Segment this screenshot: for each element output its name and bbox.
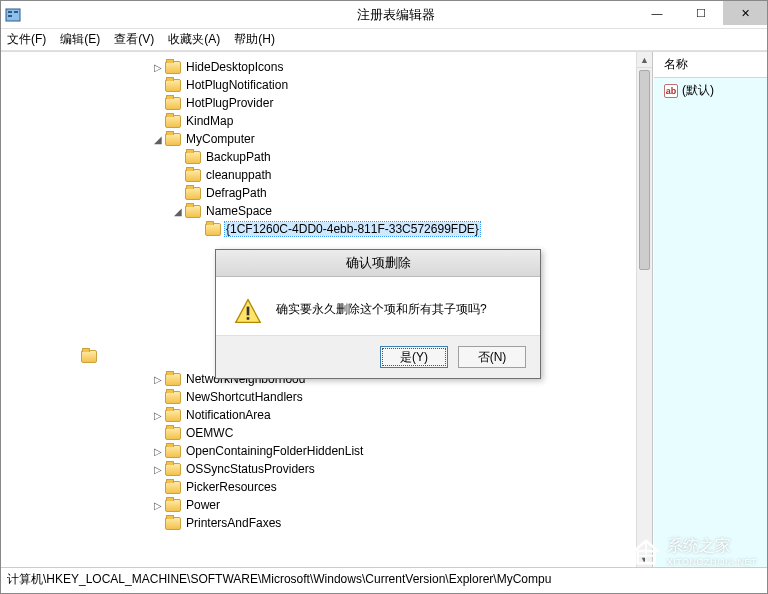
tree-node[interactable]: ◢MyComputer — [1, 130, 652, 148]
tree-node[interactable]: ▷NotificationArea — [1, 406, 652, 424]
tree-node[interactable]: KindMap — [1, 112, 652, 130]
tree-scrollbar[interactable]: ▲ ▼ — [636, 52, 652, 567]
titlebar: 注册表编辑器 — ☐ ✕ — [1, 1, 767, 29]
tree-node-label[interactable]: {1CF1260C-4DD0-4ebb-811F-33C572699FDE} — [225, 222, 480, 236]
expand-icon[interactable]: ▷ — [151, 410, 165, 421]
tree-node[interactable]: ▷Power — [1, 496, 652, 514]
menu-favorites[interactable]: 收藏夹(A) — [168, 31, 220, 48]
collapse-icon[interactable]: ◢ — [171, 206, 185, 217]
tree-node-label[interactable]: NotificationArea — [185, 408, 272, 422]
folder-icon — [165, 133, 181, 146]
tree-node[interactable]: ▷OpenContainingFolderHiddenList — [1, 442, 652, 460]
folder-icon — [165, 499, 181, 512]
close-button[interactable]: ✕ — [723, 1, 767, 25]
scroll-up-arrow[interactable]: ▲ — [637, 52, 652, 68]
menu-file[interactable]: 文件(F) — [7, 31, 46, 48]
folder-icon — [165, 409, 181, 422]
tree-node[interactable]: HotPlugNotification — [1, 76, 652, 94]
dialog-title: 确认项删除 — [216, 250, 540, 277]
folder-icon — [165, 427, 181, 440]
tree-node-label[interactable]: OpenContainingFolderHiddenList — [185, 444, 364, 458]
tree-node[interactable]: ▷OSSyncStatusProviders — [1, 460, 652, 478]
svg-rect-6 — [247, 317, 250, 320]
tree-node-label[interactable]: NewShortcutHandlers — [185, 390, 304, 404]
scroll-thumb[interactable] — [639, 70, 650, 270]
menu-edit[interactable]: 编辑(E) — [60, 31, 100, 48]
tree-node-label[interactable]: MyComputer — [185, 132, 256, 146]
scroll-down-arrow[interactable]: ▼ — [637, 551, 652, 567]
tree-node-label[interactable]: NameSpace — [205, 204, 273, 218]
expand-icon[interactable]: ▷ — [151, 446, 165, 457]
yes-button[interactable]: 是(Y) — [380, 346, 448, 368]
dialog-buttons: 是(Y) 否(N) — [216, 335, 540, 378]
tree-node[interactable]: ▷HideDesktopIcons — [1, 58, 652, 76]
tree-node[interactable]: ◢NameSpace — [1, 202, 652, 220]
warning-icon — [234, 297, 262, 325]
menu-help[interactable]: 帮助(H) — [234, 31, 275, 48]
folder-icon — [165, 97, 181, 110]
tree-node[interactable]: {1CF1260C-4DD0-4ebb-811F-33C572699FDE} — [1, 220, 652, 238]
folder-icon — [165, 391, 181, 404]
collapse-icon[interactable]: ◢ — [151, 134, 165, 145]
maximize-button[interactable]: ☐ — [679, 1, 723, 25]
menu-view[interactable]: 查看(V) — [114, 31, 154, 48]
svg-rect-3 — [14, 11, 18, 13]
folder-icon — [185, 205, 201, 218]
tree-node[interactable]: PickerResources — [1, 478, 652, 496]
expand-icon[interactable]: ▷ — [151, 464, 165, 475]
dialog-message: 确实要永久删除这个项和所有其子项吗? — [276, 297, 487, 318]
folder-icon — [185, 169, 201, 182]
regedit-icon — [5, 7, 21, 23]
tree-node[interactable]: NewShortcutHandlers — [1, 388, 652, 406]
folder-icon — [165, 517, 181, 530]
svg-rect-1 — [8, 11, 12, 13]
folder-icon — [205, 223, 221, 236]
expand-icon[interactable]: ▷ — [151, 500, 165, 511]
tree-node-label[interactable]: HideDesktopIcons — [185, 60, 284, 74]
expand-icon[interactable]: ▷ — [151, 62, 165, 73]
folder-icon — [185, 187, 201, 200]
tree-node[interactable]: BackupPath — [1, 148, 652, 166]
folder-icon — [81, 350, 97, 363]
tree-node-label[interactable]: DefragPath — [205, 186, 268, 200]
folder-icon — [165, 373, 181, 386]
folder-icon — [165, 481, 181, 494]
tree-node[interactable]: PrintersAndFaxes — [1, 514, 652, 532]
tree-node-label[interactable]: Power — [185, 498, 221, 512]
tree-node-label[interactable]: HotPlugProvider — [185, 96, 274, 110]
tree-node-label[interactable]: KindMap — [185, 114, 234, 128]
tree-node-label[interactable]: OEMWC — [185, 426, 234, 440]
tree-node-label[interactable]: HotPlugNotification — [185, 78, 289, 92]
tree-node[interactable]: DefragPath — [1, 184, 652, 202]
svg-rect-5 — [247, 307, 250, 316]
folder-icon — [165, 79, 181, 92]
tree-node[interactable]: HotPlugProvider — [1, 94, 652, 112]
folder-icon — [165, 61, 181, 74]
folder-icon — [165, 445, 181, 458]
tree-node-label[interactable]: BackupPath — [205, 150, 272, 164]
tree-node-label[interactable]: PickerResources — [185, 480, 278, 494]
minimize-button[interactable]: — — [635, 1, 679, 25]
tree-node-label[interactable]: PrintersAndFaxes — [185, 516, 282, 530]
window-controls: — ☐ ✕ — [635, 1, 767, 593]
expand-icon[interactable]: ▷ — [151, 374, 165, 385]
no-button[interactable]: 否(N) — [458, 346, 526, 368]
svg-rect-2 — [8, 15, 12, 17]
tree-node-label[interactable]: OSSyncStatusProviders — [185, 462, 316, 476]
tree-node[interactable]: cleanuppath — [1, 166, 652, 184]
folder-icon — [185, 151, 201, 164]
tree-node-label[interactable]: cleanuppath — [205, 168, 272, 182]
tree-node[interactable]: OEMWC — [1, 424, 652, 442]
folder-icon — [165, 463, 181, 476]
confirm-delete-dialog: 确认项删除 确实要永久删除这个项和所有其子项吗? 是(Y) 否(N) — [215, 249, 541, 379]
folder-icon — [165, 115, 181, 128]
